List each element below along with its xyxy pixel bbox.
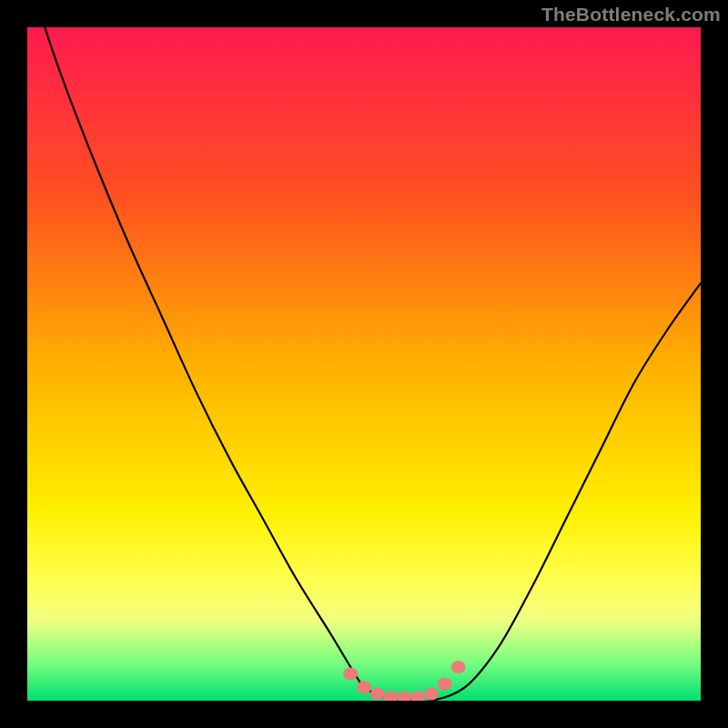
curve-marker bbox=[343, 667, 358, 680]
curve-marker bbox=[410, 691, 425, 701]
curve-marker bbox=[384, 691, 399, 701]
plot-area bbox=[27, 27, 701, 701]
bottleneck-curve bbox=[27, 27, 701, 701]
chart-frame: TheBottleneck.com bbox=[0, 0, 728, 728]
curve-marker bbox=[397, 691, 411, 701]
watermark-text: TheBottleneck.com bbox=[541, 4, 721, 25]
curve-marker bbox=[451, 661, 466, 673]
chart-svg bbox=[27, 27, 701, 701]
curve-marker bbox=[370, 688, 385, 701]
curve-marker bbox=[357, 681, 371, 693]
curve-markers bbox=[343, 661, 465, 701]
curve-marker bbox=[424, 688, 439, 701]
curve-marker bbox=[438, 678, 452, 691]
